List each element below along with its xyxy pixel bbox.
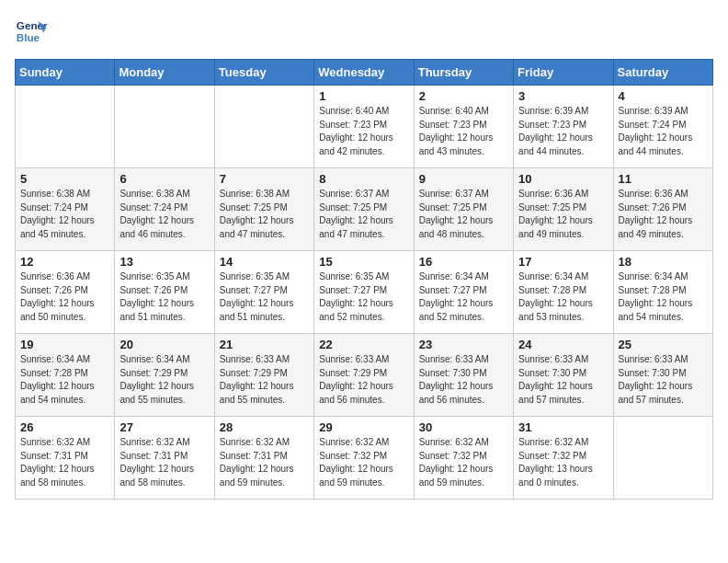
- day-info: Sunrise: 6:38 AMSunset: 7:24 PMDaylight:…: [20, 188, 109, 241]
- sunset-text: Sunset: 7:31 PM: [20, 450, 109, 464]
- weekday-header-row: SundayMondayTuesdayWednesdayThursdayFrid…: [16, 60, 713, 86]
- day-number: 15: [319, 255, 408, 269]
- calendar-cell: 25Sunrise: 6:33 AMSunset: 7:30 PMDayligh…: [613, 334, 712, 417]
- day-number: 5: [20, 172, 109, 186]
- day-info: Sunrise: 6:38 AMSunset: 7:25 PMDaylight:…: [220, 188, 309, 241]
- day-number: 28: [220, 420, 309, 434]
- sunrise-text: Sunrise: 6:34 AM: [518, 270, 608, 284]
- calendar-week-row: 26Sunrise: 6:32 AMSunset: 7:31 PMDayligh…: [16, 417, 713, 500]
- calendar-cell: 15Sunrise: 6:35 AMSunset: 7:27 PMDayligh…: [314, 251, 414, 334]
- sunset-text: Sunset: 7:26 PM: [20, 284, 109, 298]
- day-number: 1: [319, 89, 408, 103]
- sunset-text: Sunset: 7:23 PM: [419, 119, 508, 132]
- day-info: Sunrise: 6:35 AMSunset: 7:27 PMDaylight:…: [220, 270, 309, 324]
- day-info: Sunrise: 6:34 AMSunset: 7:29 PMDaylight:…: [119, 353, 209, 407]
- sunrise-text: Sunrise: 6:32 AM: [319, 436, 408, 450]
- day-info: Sunrise: 6:33 AMSunset: 7:30 PMDaylight:…: [419, 353, 508, 407]
- daylight-text: Daylight: 12 hours and 55 minutes.: [220, 380, 309, 407]
- sunrise-text: Sunrise: 6:32 AM: [220, 436, 309, 450]
- sunrise-text: Sunrise: 6:35 AM: [220, 270, 309, 284]
- day-number: 7: [220, 172, 309, 186]
- calendar-cell: 26Sunrise: 6:32 AMSunset: 7:31 PMDayligh…: [16, 417, 115, 500]
- sunrise-text: Sunrise: 6:40 AM: [319, 105, 408, 119]
- sunrise-text: Sunrise: 6:36 AM: [518, 188, 608, 201]
- daylight-text: Daylight: 12 hours and 57 minutes.: [518, 380, 608, 407]
- sunset-text: Sunset: 7:23 PM: [319, 119, 408, 132]
- daylight-text: Daylight: 12 hours and 59 minutes.: [220, 463, 309, 489]
- sunset-text: Sunset: 7:25 PM: [220, 201, 309, 215]
- daylight-text: Daylight: 12 hours and 51 minutes.: [119, 297, 209, 324]
- day-number: 2: [419, 89, 508, 103]
- calendar-cell: 28Sunrise: 6:32 AMSunset: 7:31 PMDayligh…: [214, 417, 313, 500]
- sunrise-text: Sunrise: 6:34 AM: [119, 353, 209, 367]
- weekday-header: Wednesday: [314, 60, 414, 86]
- day-number: 11: [619, 172, 708, 186]
- daylight-text: Daylight: 12 hours and 54 minutes.: [619, 297, 708, 324]
- sunset-text: Sunset: 7:25 PM: [419, 201, 508, 215]
- day-info: Sunrise: 6:36 AMSunset: 7:25 PMDaylight:…: [518, 188, 608, 241]
- calendar-cell: 31Sunrise: 6:32 AMSunset: 7:32 PMDayligh…: [514, 417, 613, 500]
- day-info: Sunrise: 6:32 AMSunset: 7:32 PMDaylight:…: [518, 436, 608, 489]
- daylight-text: Daylight: 12 hours and 49 minutes.: [518, 214, 608, 241]
- sunset-text: Sunset: 7:27 PM: [220, 284, 309, 298]
- calendar-week-row: 5Sunrise: 6:38 AMSunset: 7:24 PMDaylight…: [16, 168, 713, 251]
- day-number: 29: [319, 420, 408, 434]
- calendar-cell: 8Sunrise: 6:37 AMSunset: 7:25 PMDaylight…: [314, 168, 414, 251]
- day-number: 3: [518, 89, 608, 103]
- day-number: 21: [220, 338, 309, 351]
- calendar-cell: 2Sunrise: 6:40 AMSunset: 7:23 PMDaylight…: [414, 86, 513, 168]
- calendar-cell: 27Sunrise: 6:32 AMSunset: 7:31 PMDayligh…: [115, 417, 214, 500]
- day-number: 25: [619, 338, 708, 351]
- day-info: Sunrise: 6:35 AMSunset: 7:26 PMDaylight:…: [119, 270, 209, 324]
- sunset-text: Sunset: 7:24 PM: [20, 201, 109, 215]
- sunrise-text: Sunrise: 6:39 AM: [619, 105, 708, 119]
- day-number: 16: [419, 255, 508, 269]
- day-info: Sunrise: 6:34 AMSunset: 7:28 PMDaylight:…: [619, 270, 708, 324]
- page-header: General Blue: [15, 15, 713, 48]
- daylight-text: Daylight: 12 hours and 47 minutes.: [220, 214, 309, 241]
- sunrise-text: Sunrise: 6:36 AM: [20, 270, 109, 284]
- daylight-text: Daylight: 12 hours and 44 minutes.: [619, 132, 708, 158]
- day-info: Sunrise: 6:32 AMSunset: 7:32 PMDaylight:…: [319, 436, 408, 489]
- sunset-text: Sunset: 7:27 PM: [419, 284, 508, 298]
- sunrise-text: Sunrise: 6:37 AM: [319, 188, 408, 201]
- logo: General Blue: [15, 15, 48, 48]
- sunrise-text: Sunrise: 6:33 AM: [220, 353, 309, 367]
- weekday-header: Tuesday: [214, 60, 313, 86]
- day-info: Sunrise: 6:37 AMSunset: 7:25 PMDaylight:…: [319, 188, 408, 241]
- sunset-text: Sunset: 7:28 PM: [20, 367, 109, 381]
- day-info: Sunrise: 6:33 AMSunset: 7:30 PMDaylight:…: [619, 353, 708, 407]
- calendar-table: SundayMondayTuesdayWednesdayThursdayFrid…: [15, 59, 713, 500]
- day-number: 8: [319, 172, 408, 186]
- day-number: 6: [119, 172, 209, 186]
- day-info: Sunrise: 6:34 AMSunset: 7:28 PMDaylight:…: [20, 353, 109, 407]
- calendar-cell: 7Sunrise: 6:38 AMSunset: 7:25 PMDaylight…: [214, 168, 313, 251]
- sunrise-text: Sunrise: 6:35 AM: [319, 270, 408, 284]
- calendar-cell: [115, 86, 214, 168]
- calendar-cell: 1Sunrise: 6:40 AMSunset: 7:23 PMDaylight…: [314, 86, 414, 168]
- sunset-text: Sunset: 7:24 PM: [119, 201, 209, 215]
- daylight-text: Daylight: 12 hours and 52 minutes.: [419, 297, 508, 324]
- day-info: Sunrise: 6:33 AMSunset: 7:30 PMDaylight:…: [518, 353, 608, 407]
- calendar-cell: 20Sunrise: 6:34 AMSunset: 7:29 PMDayligh…: [115, 334, 214, 417]
- day-info: Sunrise: 6:36 AMSunset: 7:26 PMDaylight:…: [20, 270, 109, 324]
- sunset-text: Sunset: 7:32 PM: [319, 450, 408, 464]
- calendar-cell: 17Sunrise: 6:34 AMSunset: 7:28 PMDayligh…: [514, 251, 613, 334]
- calendar-cell: 21Sunrise: 6:33 AMSunset: 7:29 PMDayligh…: [214, 334, 313, 417]
- day-number: 17: [518, 255, 608, 269]
- daylight-text: Daylight: 12 hours and 53 minutes.: [518, 297, 608, 324]
- daylight-text: Daylight: 12 hours and 59 minutes.: [319, 463, 408, 489]
- sunrise-text: Sunrise: 6:32 AM: [518, 436, 608, 450]
- daylight-text: Daylight: 13 hours and 0 minutes.: [518, 463, 608, 489]
- calendar-cell: 24Sunrise: 6:33 AMSunset: 7:30 PMDayligh…: [514, 334, 613, 417]
- day-number: 19: [20, 338, 109, 351]
- daylight-text: Daylight: 12 hours and 45 minutes.: [20, 214, 109, 241]
- daylight-text: Daylight: 12 hours and 56 minutes.: [319, 380, 408, 407]
- daylight-text: Daylight: 12 hours and 52 minutes.: [319, 297, 408, 324]
- daylight-text: Daylight: 12 hours and 49 minutes.: [619, 214, 708, 241]
- sunrise-text: Sunrise: 6:38 AM: [20, 188, 109, 201]
- day-info: Sunrise: 6:37 AMSunset: 7:25 PMDaylight:…: [419, 188, 508, 241]
- daylight-text: Daylight: 12 hours and 55 minutes.: [119, 380, 209, 407]
- weekday-header: Sunday: [16, 60, 115, 86]
- daylight-text: Daylight: 12 hours and 57 minutes.: [619, 380, 708, 407]
